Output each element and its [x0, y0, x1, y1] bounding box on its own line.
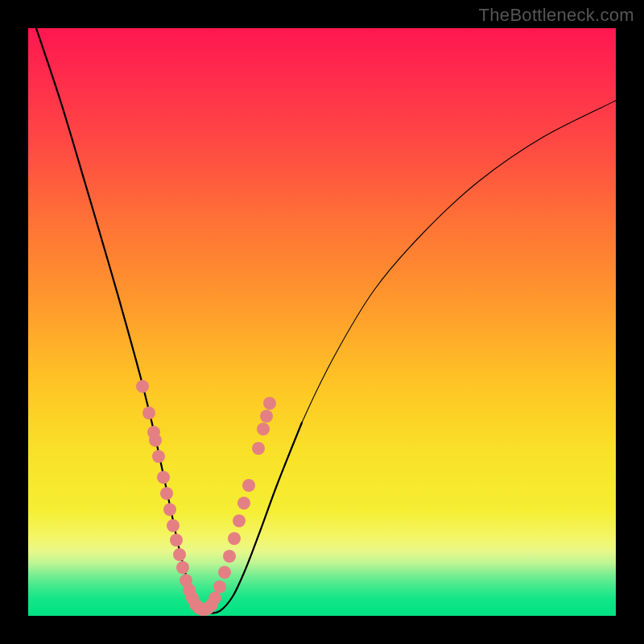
- data-point: [242, 479, 255, 492]
- data-point: [173, 548, 186, 561]
- data-point: [213, 580, 226, 593]
- data-point: [152, 450, 165, 463]
- data-point: [260, 410, 273, 423]
- data-point: [223, 550, 236, 563]
- chart-svg: [28, 28, 616, 616]
- data-point: [208, 592, 221, 605]
- data-point: [252, 442, 265, 455]
- data-point: [149, 434, 162, 447]
- watermark-text: TheBottleneck.com: [479, 5, 634, 26]
- data-point: [167, 519, 180, 532]
- data-point: [160, 487, 173, 500]
- data-point: [237, 497, 250, 510]
- bottleneck-curve: [36, 28, 616, 613]
- data-point: [257, 423, 270, 436]
- data-point: [136, 380, 149, 393]
- chart-frame: TheBottleneck.com: [0, 0, 644, 644]
- data-point: [218, 566, 231, 579]
- data-point: [228, 532, 241, 545]
- data-point: [157, 471, 170, 484]
- data-point: [142, 407, 155, 419]
- plot-area: [28, 28, 616, 616]
- data-point: [170, 534, 183, 547]
- data-point: [233, 514, 246, 527]
- data-point-markers: [136, 380, 276, 616]
- data-point: [163, 503, 176, 516]
- data-point: [263, 397, 276, 410]
- data-point: [176, 561, 189, 574]
